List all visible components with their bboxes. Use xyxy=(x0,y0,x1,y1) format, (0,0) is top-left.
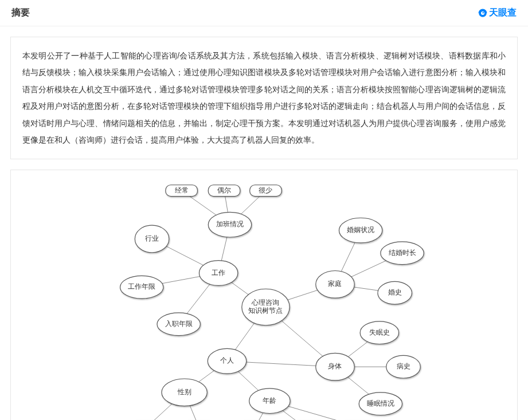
section-title: 摘要 xyxy=(11,7,30,19)
brand-logo[interactable]: 天眼查 xyxy=(478,7,517,19)
node-rarely: 很少 xyxy=(259,186,272,194)
brand-text: 天眼查 xyxy=(489,7,517,19)
node-industry: 行业 xyxy=(145,234,159,242)
diagram-panel: 心理咨询 知识树节点 工作 加班情况 行业 工作年限 入职年限 经常 偶尔 很少… xyxy=(10,170,518,420)
svg-point-2 xyxy=(483,12,484,13)
node-family: 家庭 xyxy=(328,280,342,288)
page-header: 摘要 天眼查 xyxy=(0,0,528,26)
node-work-years: 工作年限 xyxy=(128,283,155,291)
node-personal: 个人 xyxy=(220,357,234,365)
node-entry-years: 入职年限 xyxy=(165,320,193,328)
node-work: 工作 xyxy=(212,269,225,277)
node-body: 身体 xyxy=(328,363,342,371)
node-overtime: 加班情况 xyxy=(216,221,244,229)
knowledge-tree-diagram: 心理咨询 知识树节点 工作 加班情况 行业 工作年限 入职年限 经常 偶尔 很少… xyxy=(17,176,511,420)
node-age: 年龄 xyxy=(263,397,276,405)
node-illness: 病史 xyxy=(397,363,410,371)
node-gender: 性别 xyxy=(177,388,191,396)
brand-eye-icon xyxy=(478,8,488,18)
node-often: 经常 xyxy=(175,186,189,194)
node-center-l2: 知识树节点 xyxy=(248,307,283,315)
abstract-panel: 本发明公开了一种基于人工智能的心理咨询/会话系统及其方法，系统包括输入模块、语言… xyxy=(10,37,518,159)
node-sometimes: 偶尔 xyxy=(217,186,231,194)
node-marriage-dur: 结婚时长 xyxy=(389,249,416,257)
node-sleep: 睡眠情况 xyxy=(367,399,394,407)
abstract-text: 本发明公开了一种基于人工智能的心理咨询/会话系统及其方法，系统包括输入模块、语言… xyxy=(22,51,506,144)
node-center-l1: 心理咨询 xyxy=(251,299,279,307)
node-marital: 婚姻状况 xyxy=(347,226,374,234)
node-insomnia: 失眠史 xyxy=(369,328,390,336)
node-marriage-hist: 婚史 xyxy=(388,289,402,297)
